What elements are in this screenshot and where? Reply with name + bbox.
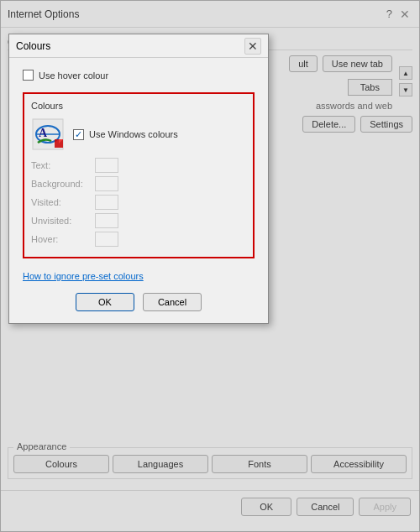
ie-colors-icon: A bbox=[31, 117, 65, 151]
hover-colour-label-2: Hover: bbox=[31, 234, 90, 244]
colour-row-hover: Hover: bbox=[31, 232, 246, 247]
colours-dialog-close-button[interactable]: ✕ bbox=[244, 38, 261, 55]
colour-row-text: Text: bbox=[31, 158, 246, 173]
checkmark-icon: ✓ bbox=[75, 130, 82, 139]
colours-ok-button[interactable]: OK bbox=[76, 293, 134, 311]
visited-colour-swatch[interactable] bbox=[95, 195, 118, 210]
use-windows-colours-row: ✓ Use Windows colours bbox=[73, 129, 178, 140]
use-windows-colours-label: Use Windows colours bbox=[89, 129, 178, 139]
hover-colour-swatch[interactable] bbox=[95, 232, 118, 247]
colours-cancel-button[interactable]: Cancel bbox=[143, 293, 202, 311]
colour-rows: Text: Background: Visited: Unvisited: Ho… bbox=[31, 158, 246, 247]
background-colour-swatch[interactable] bbox=[95, 176, 118, 191]
colours-dialog: Colours ✕ Use hover colour Colours bbox=[8, 34, 269, 324]
background-colour-label: Background: bbox=[31, 179, 90, 189]
colour-row-background: Background: bbox=[31, 176, 246, 191]
colours-dialog-buttons: OK Cancel bbox=[23, 293, 255, 311]
colours-dialog-body: Use hover colour Colours bbox=[9, 58, 268, 323]
colours-dialog-title: Colours bbox=[16, 40, 244, 52]
colours-section: Colours bbox=[23, 92, 255, 258]
text-colour-swatch[interactable] bbox=[95, 158, 118, 173]
text-colour-label: Text: bbox=[31, 160, 90, 170]
unvisited-colour-swatch[interactable] bbox=[95, 213, 118, 228]
colours-top-row: A ✓ Use Windows colours bbox=[31, 117, 246, 151]
colours-dialog-title-bar: Colours ✕ bbox=[9, 34, 268, 58]
hover-colour-row: Use hover colour bbox=[23, 70, 255, 81]
visited-colour-label: Visited: bbox=[31, 197, 90, 207]
colours-section-title: Colours bbox=[31, 101, 246, 111]
hover-colour-label: Use hover colour bbox=[39, 70, 108, 81]
colour-row-unvisited: Unvisited: bbox=[31, 213, 246, 228]
unvisited-colour-label: Unvisited: bbox=[31, 216, 90, 226]
use-windows-colours-checkbox[interactable]: ✓ bbox=[73, 129, 84, 140]
svg-text:A: A bbox=[39, 127, 48, 139]
ignore-link[interactable]: How to ignore pre-set colours bbox=[23, 271, 144, 281]
hover-colour-checkbox[interactable] bbox=[23, 70, 34, 81]
colour-row-visited: Visited: bbox=[31, 195, 246, 210]
